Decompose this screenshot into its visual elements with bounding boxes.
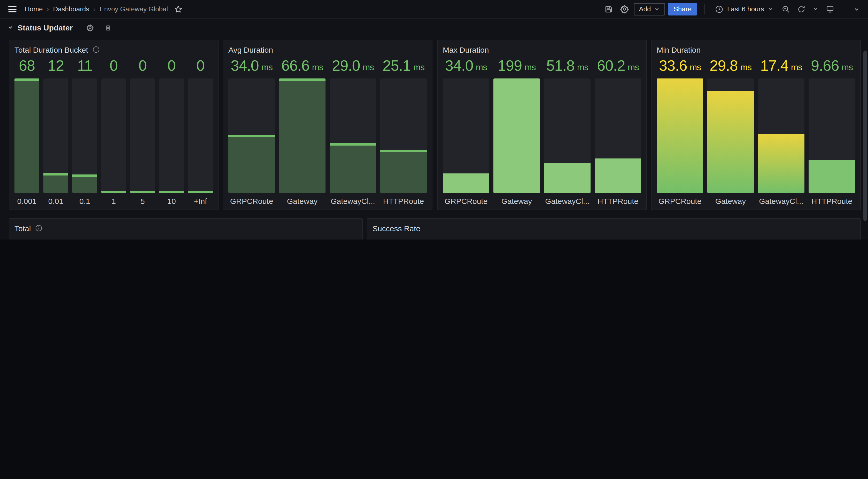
bar-gauge-track[interactable] (707, 78, 754, 193)
bar-gauge-label: GatewayCl... (758, 193, 804, 205)
bar-gauge-value: 199ms (493, 56, 540, 75)
favorite-star-button[interactable] (172, 3, 184, 15)
bar-gauge-track[interactable] (279, 78, 326, 193)
clock-icon (715, 5, 723, 13)
bar-gauge-track[interactable] (43, 78, 68, 193)
dashboard-settings-button[interactable] (618, 3, 630, 15)
bar-gauge-value: 33.6ms (657, 56, 703, 75)
bar-gauge-label: GRPCRoute (657, 193, 703, 205)
bar-gauge-label: HTTPRoute (380, 193, 427, 205)
bar-gauge-track[interactable] (380, 78, 427, 193)
dashboard-canvas: Status Updater Total Duration Bucket 680… (0, 19, 868, 240)
bar-gauge-track[interactable] (443, 78, 489, 193)
grafana-dashboard: Home › Dashboards › Envoy Gateway Global (0, 0, 868, 240)
chevron-down-icon (768, 6, 773, 12)
panel-title[interactable]: Total (14, 224, 31, 233)
bar-gauge-fill (330, 143, 376, 193)
bar-gauge-fill (72, 174, 97, 193)
bar-gauge-value: 0 (101, 56, 126, 75)
bar-gauge-label: 10 (159, 193, 184, 205)
bar-gauge-track[interactable] (330, 78, 376, 193)
row-settings-gear-icon[interactable] (86, 24, 94, 31)
zoom-out-time-button[interactable] (780, 3, 792, 15)
bar-gauge-column: 010 (159, 56, 184, 205)
bar-gauge-fill (595, 158, 641, 193)
refresh-icon (797, 5, 805, 13)
bar-gauge-column: 110.1 (72, 56, 97, 205)
refresh-dashboard-button[interactable] (795, 3, 808, 15)
info-icon[interactable] (92, 46, 99, 53)
bar-gauge-column: 66.6msGateway (279, 56, 326, 205)
row-header-status-updater: Status Updater (0, 19, 868, 35)
bar-gauge-column: 25.1msHTTPRoute (380, 56, 427, 205)
bar-gauge-value: 68 (14, 56, 39, 75)
panel-title[interactable]: Total Duration Bucket (14, 45, 88, 54)
bar-gauge-track[interactable] (72, 78, 97, 193)
panel-max-duration: Max Duration 34.0msGRPCRoute199msGateway… (437, 40, 647, 210)
info-icon[interactable] (35, 225, 42, 232)
bar-gauge-label: GRPCRoute (443, 193, 489, 205)
bar-gauge-label: +Inf (188, 193, 213, 205)
bar-gauge-fill (443, 173, 489, 193)
chevron-down-icon (654, 6, 660, 12)
bar-gauge-fill (188, 191, 213, 193)
panel-title[interactable]: Min Duration (657, 45, 701, 54)
breadcrumb-dashboards-link[interactable]: Dashboards (53, 5, 89, 13)
bar-gauge: 33.6msGRPCRoute29.8msGateway17.4msGatewa… (657, 56, 855, 205)
row-delete-trash-icon[interactable] (104, 24, 111, 31)
add-panel-button[interactable]: Add (634, 3, 665, 15)
bar-gauge-column: 33.6msGRPCRoute (657, 56, 703, 205)
bar-gauge-track[interactable] (657, 78, 703, 193)
bar-gauge-track[interactable] (544, 78, 591, 193)
share-button[interactable]: Share (668, 3, 697, 15)
panel-title[interactable]: Avg Duration (228, 45, 273, 54)
bar-gauge-track[interactable] (228, 78, 275, 193)
hamburger-icon (8, 6, 17, 12)
bar-gauge-track[interactable] (809, 78, 855, 193)
timeseries-canvas[interactable]: 0102030405012:0012:3013:0013:3014:0014:3… (14, 234, 357, 240)
bar-gauge-track[interactable] (130, 78, 155, 193)
bar-gauge-label: GRPCRoute (228, 193, 275, 205)
scrollbar-thumb[interactable] (863, 50, 867, 221)
panel-total-duration-bucket: Total Duration Bucket 680.001120.01110.1… (9, 40, 219, 210)
bar-gauge-track[interactable] (159, 78, 184, 193)
breadcrumb-separator: › (47, 5, 49, 13)
breadcrumb-separator: › (94, 5, 96, 13)
bar-gauge-fill (809, 160, 855, 193)
bar-gauge-label: 0.001 (14, 193, 39, 205)
panel-title[interactable]: Success Rate (373, 224, 420, 233)
bar-gauge-fill (101, 191, 126, 193)
bar-gauge-track[interactable] (758, 78, 804, 193)
row-title[interactable]: Status Updater (18, 23, 72, 32)
bar-gauge-track[interactable] (493, 78, 540, 193)
bar-gauge-column: 0+Inf (188, 56, 213, 205)
bar-gauge-fill (707, 91, 754, 193)
bar-gauge-label: HTTPRoute (809, 193, 855, 205)
bar-gauge-label: 0.01 (43, 193, 68, 205)
save-dashboard-button[interactable] (602, 3, 615, 15)
bar-gauge-fill (279, 78, 326, 193)
bar-gauge-fill (159, 191, 184, 193)
bar-gauge-value: 29.8ms (707, 56, 754, 75)
top-nav-bar: Home › Dashboards › Envoy Gateway Global (0, 0, 868, 19)
kiosk-mode-button[interactable] (824, 3, 836, 15)
breadcrumb-current: Envoy Gateway Global (100, 5, 168, 13)
bar-gauge-track[interactable] (14, 78, 39, 193)
bar-gauge-track[interactable] (188, 78, 213, 193)
chevron-down-icon (854, 6, 860, 12)
bar-gauge-column: 29.0msGatewayCl... (330, 56, 376, 205)
bar-gauge-track[interactable] (595, 78, 641, 193)
bar-gauge-fill (130, 191, 155, 193)
collapse-nav-button[interactable] (851, 4, 862, 14)
row-collapse-chevron-icon[interactable] (7, 24, 13, 30)
panel-title[interactable]: Max Duration (443, 45, 489, 54)
bar-gauge-column: 34.0msGRPCRoute (228, 56, 275, 205)
bar-gauge-track[interactable] (101, 78, 126, 193)
time-range-picker[interactable]: Last 6 hours (712, 4, 777, 14)
bar-gauge-value: 25.1ms (380, 56, 427, 75)
menu-toggle-button[interactable] (6, 4, 19, 14)
bar-gauge-column: 01 (101, 56, 126, 205)
bar-gauge-column: 199msGateway (493, 56, 540, 205)
refresh-interval-dropdown[interactable] (811, 4, 820, 14)
breadcrumb-home-link[interactable]: Home (25, 5, 43, 13)
